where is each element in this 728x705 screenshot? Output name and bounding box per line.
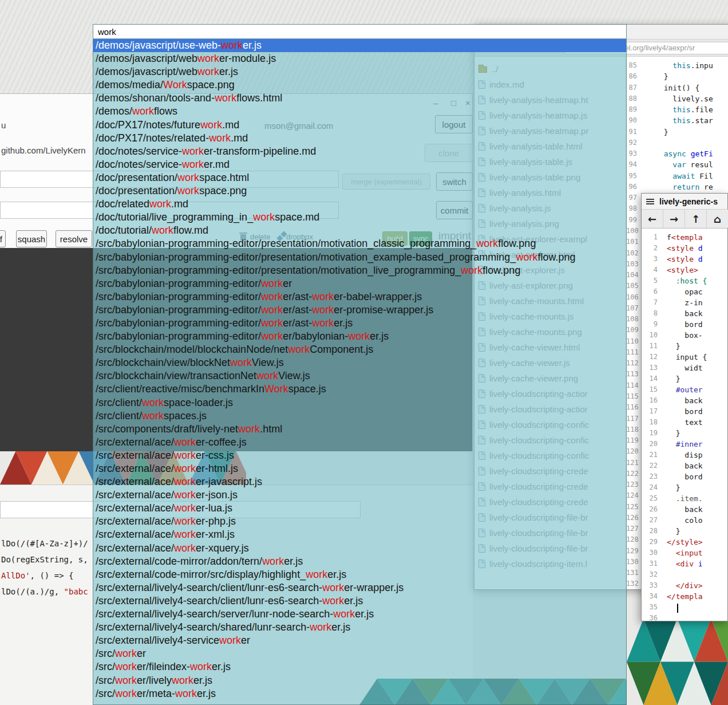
- code-line: 88 lively.se: [626, 93, 728, 104]
- back-icon[interactable]: ←: [642, 210, 663, 228]
- code-line: 7 z-in: [642, 297, 727, 308]
- search-result-item[interactable]: /src/external/ace/worker-html.js: [93, 462, 626, 475]
- forward-icon[interactable]: →: [663, 210, 685, 228]
- search-result-item[interactable]: /src/blockchain/model/blockchainNode/net…: [93, 343, 626, 356]
- search-result-item[interactable]: /src/external/ace/worker-css.js: [93, 449, 626, 462]
- search-result-item[interactable]: /src/external/ace/worker-json.js: [93, 489, 626, 502]
- search-result-item[interactable]: /doc/notes/service-worker.md: [93, 158, 626, 171]
- file-search-overlay: /demos/javascript/use-web-worker.js/demo…: [93, 24, 627, 705]
- template-editor[interactable]: 1f<templa2<style d3<style d4<style>5 :ho…: [642, 229, 727, 621]
- search-result-item[interactable]: /demos/javascript/webworker.js: [93, 65, 626, 78]
- search-result-item[interactable]: /src/external/lively4-search/client/lunr…: [93, 594, 626, 608]
- search-result-item[interactable]: /doc/PX17/notes/related-work.md: [93, 132, 626, 145]
- search-result-item[interactable]: /src/client/workspaces.js: [93, 409, 626, 423]
- home-icon[interactable]: ⌂: [707, 210, 728, 228]
- code-line: 31 <div i: [642, 558, 727, 569]
- squash-button[interactable]: squash: [16, 230, 47, 247]
- code-line: 87 init() {: [626, 82, 728, 93]
- search-result-item[interactable]: /doc/tutorial/workflow.md: [93, 224, 626, 237]
- code-line: 24 }: [642, 482, 727, 493]
- code-line: 4<style>: [642, 265, 727, 275]
- search-result-item[interactable]: /doc/presentation/workspace.html: [93, 171, 626, 184]
- search-result-item[interactable]: /src/client/reactive/misc/benchmarkInWor…: [93, 383, 626, 396]
- code-line: 94 var resul: [626, 159, 728, 170]
- code-line: 30 <input: [642, 548, 727, 558]
- code-line: 10 box-: [642, 330, 727, 341]
- search-result-item[interactable]: /src/babylonian-programming-editor/worke…: [93, 304, 626, 317]
- code-line: 23 bord: [642, 471, 727, 482]
- search-result-item[interactable]: /demos/workflows: [93, 105, 626, 118]
- search-result-item[interactable]: /src/external/ace/worker-xml.js: [93, 528, 626, 541]
- code-line: 36: [642, 613, 727, 621]
- code-line: 13 widt: [642, 363, 727, 373]
- up-icon[interactable]: ↑: [685, 210, 707, 228]
- code-line: 27 colo: [642, 515, 727, 526]
- search-result-item[interactable]: /src/external/ace/worker-lua.js: [93, 502, 626, 515]
- search-result-item[interactable]: /src/external/lively4-search/client/lunr…: [93, 581, 626, 594]
- code-line: 12 input {: [642, 352, 727, 363]
- search-result-item[interactable]: /demos/javascript/use-web-worker.js: [93, 39, 626, 52]
- search-result-item[interactable]: /src/external/lively4-serviceworker: [93, 634, 626, 647]
- search-input[interactable]: [93, 25, 626, 39]
- search-result-item[interactable]: /src/external/ace/worker-javascript.js: [93, 475, 626, 489]
- code-line: 2<style d: [642, 243, 727, 254]
- search-result-item[interactable]: /src/external/ace/worker-coffee.js: [93, 436, 626, 449]
- code-line: 90 this.star: [626, 115, 728, 126]
- search-result-item[interactable]: /src/babylonian-programming-editor/worke…: [93, 330, 626, 343]
- code-line: 19 }: [642, 428, 727, 439]
- code-line: 93 async getFi: [626, 148, 728, 159]
- code-line: 26 back: [642, 504, 727, 515]
- resolve-button[interactable]: resolve: [56, 230, 92, 247]
- search-result-item[interactable]: /src/blockchain/view/blockNetworkView.js: [93, 356, 626, 369]
- code-line: 96 return re: [626, 182, 728, 192]
- search-result-item[interactable]: /src/worker/meta-worker.js: [93, 687, 626, 700]
- code-line: 33 </div>: [642, 580, 727, 591]
- search-result-item[interactable]: /doc/PX17/notes/futurework.md: [93, 119, 626, 132]
- code-line: 6 opac: [642, 286, 727, 297]
- search-result-item[interactable]: /src/babylonian-programming-editor/prese…: [93, 264, 626, 277]
- search-result-item[interactable]: /demos/javascript/webworker-module.js: [93, 52, 626, 65]
- search-result-item[interactable]: /src/babylonian-programming-editor/prese…: [93, 237, 626, 250]
- search-result-item[interactable]: /src/babylonian-programming-editor/worke…: [93, 317, 626, 330]
- editor2-title: lively-generic-s: [659, 197, 718, 206]
- search-result-item[interactable]: /src/babylonian-programming-editor/worke…: [93, 277, 626, 290]
- search-result-item[interactable]: /src/external/lively4-search/server/lunr…: [93, 608, 626, 621]
- search-result-item[interactable]: /src/external/code-mirror/src/display/hi…: [93, 568, 626, 581]
- code-line: 1f<templa: [642, 232, 727, 243]
- search-result-item[interactable]: /doc/notes/service-worker-transform-pipe…: [93, 145, 626, 158]
- search-result-item[interactable]: /src/blockchain/view/transactionNetworkV…: [93, 369, 626, 383]
- code-line: 17 bord: [642, 406, 727, 417]
- search-result-item[interactable]: /src/external/lively4-search/shared/lunr…: [93, 621, 626, 634]
- search-result-item[interactable]: /doc/tutorial/live_programming_in_worksp…: [93, 211, 626, 224]
- code-line: 9 bord: [642, 319, 727, 330]
- code-line: 35: [642, 602, 727, 613]
- code-line: 15 #outer: [642, 384, 727, 395]
- code-line: 85 this.inpu: [626, 60, 728, 71]
- code-line: 91 }: [626, 127, 728, 137]
- search-result-item[interactable]: /src/external/ace/worker-xquery.js: [93, 542, 626, 555]
- code-line: 18 text: [642, 417, 727, 428]
- search-result-item[interactable]: /src/worker/fileindex-worker.js: [93, 660, 626, 674]
- search-result-item[interactable]: /doc/presentation/workspace.png: [93, 184, 626, 198]
- code-line: 92: [626, 137, 728, 148]
- code-line: 3<style d: [642, 254, 727, 265]
- code-line: 22 back: [642, 460, 727, 471]
- code-line: 89 this.file: [626, 104, 728, 115]
- code-line: 16 back: [642, 395, 727, 406]
- search-result-item[interactable]: /src/external/ace/worker-php.js: [93, 515, 626, 528]
- search-result-item[interactable]: /src/client/workspace-loader.js: [93, 396, 626, 409]
- search-result-item[interactable]: /src/worker: [93, 647, 626, 660]
- search-result-item[interactable]: /src/worker/livelyworker.js: [93, 674, 626, 687]
- menu-icon[interactable]: [646, 199, 654, 204]
- search-result-item[interactable]: /doc/relatedwork.md: [93, 198, 626, 211]
- search-result-item[interactable]: /src/babylonian-programming-editor/worke…: [93, 290, 626, 304]
- search-results: /demos/javascript/use-web-worker.js/demo…: [93, 39, 626, 700]
- search-result-item[interactable]: /src/external/code-mirror/addon/tern/wor…: [93, 555, 626, 568]
- search-result-item[interactable]: /demos/shonan/tools-and-workflows.html: [93, 92, 626, 105]
- clipped-button[interactable]: f: [0, 230, 6, 247]
- desktop: – □ × u mson@gmail.com logout github.com…: [0, 0, 728, 705]
- code-line: 5 :host {: [642, 275, 727, 286]
- search-result-item[interactable]: /demos/media/Workspace.png: [93, 78, 626, 92]
- search-result-item[interactable]: /src/components/draft/lively-network.htm…: [93, 423, 626, 436]
- search-result-item[interactable]: /src/babylonian-programming-editor/prese…: [93, 251, 626, 264]
